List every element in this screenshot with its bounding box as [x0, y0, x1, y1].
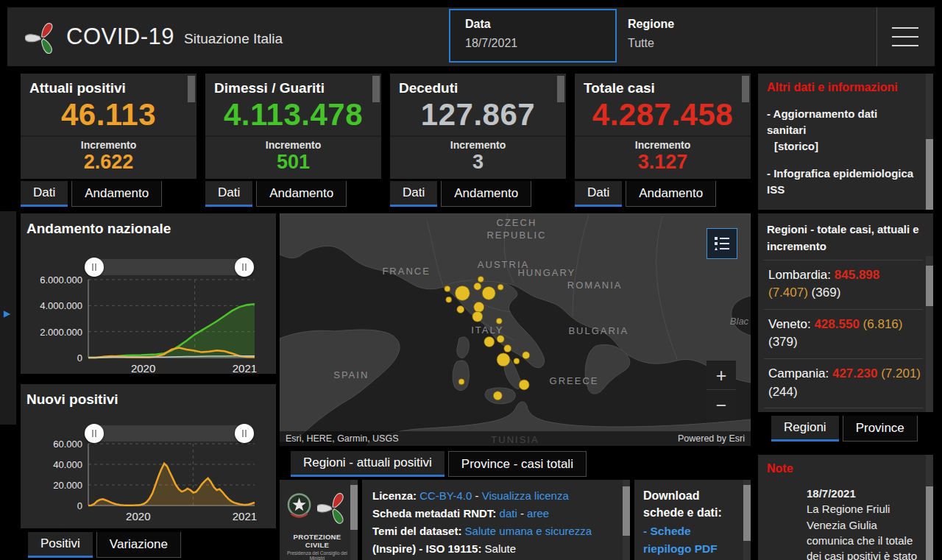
- map-bubble[interactable]: [446, 297, 452, 302]
- tab-dati[interactable]: Dati: [21, 181, 68, 207]
- svg-text:2.000.000: 2.000.000: [40, 327, 82, 338]
- link-aggiornamento-dati[interactable]: - Aggiornamento dati sanitari [storico]: [767, 106, 916, 154]
- tab-province[interactable]: Province: [843, 416, 918, 442]
- map-bubble[interactable]: [455, 286, 470, 300]
- scrollbar-track[interactable]: [926, 256, 933, 412]
- list-item-emilia-romagna[interactable]: Emilia-Romagna: 388.745: [764, 408, 923, 412]
- card-scrollbar[interactable]: [372, 76, 380, 102]
- logo-org-text: PROTEZIONE CIVILE: [286, 533, 349, 549]
- svg-text:2021: 2021: [233, 510, 257, 522]
- map-bubble[interactable]: [482, 286, 495, 300]
- zoom-out-button[interactable]: −: [706, 390, 736, 419]
- download-title: Download schede e dati:: [643, 487, 739, 521]
- slider-handle-right[interactable]: [235, 424, 254, 443]
- list-item-campania[interactable]: Campania: 427.230 (7.201) (244): [764, 358, 923, 408]
- zoom-in-button[interactable]: +: [706, 361, 736, 390]
- map-country-label: BULGARIA: [568, 325, 628, 336]
- tab-dati[interactable]: Dati: [575, 181, 622, 207]
- card-title: Attuali positivi: [21, 74, 196, 96]
- menu-icon[interactable]: [892, 27, 918, 46]
- tab-dati[interactable]: Dati: [205, 181, 252, 207]
- map-bubble[interactable]: [493, 391, 502, 400]
- italy-map[interactable]: CZECHREPUBLICFRANCEAUSTRIAHUNGARYROMANIA…: [280, 213, 751, 446]
- scrollbar-thumb[interactable]: [350, 485, 358, 530]
- list-item-lombardia[interactable]: Lombardia: 845.898 (7.407) (369): [764, 260, 923, 309]
- scrollbar-track[interactable]: [926, 455, 933, 560]
- link-salute-umana[interactable]: Salute umana e sicurezza: [465, 525, 592, 537]
- list-item-veneto[interactable]: Veneto: 428.550 (6.816) (379): [764, 309, 923, 358]
- link-aree[interactable]: aree: [527, 507, 549, 520]
- legend-icon[interactable]: [706, 228, 737, 259]
- tab-andamento[interactable]: Andamento: [626, 181, 716, 207]
- time-range-slider[interactable]: [94, 425, 244, 442]
- map-bubble[interactable]: [458, 379, 464, 385]
- powered-by-esri: Powered by Esri: [678, 433, 745, 444]
- slider-handle-right[interactable]: [235, 258, 254, 277]
- state-emblem-icon: [286, 490, 313, 524]
- map-country-label: ROMANIA: [567, 280, 623, 291]
- stats-row: Attuali positivi 46.113 Incremento 2.622…: [21, 74, 751, 207]
- stat-dimessi-guariti: Dimessi / Guariti 4.113.478 Incremento 5…: [205, 74, 381, 207]
- scrollbar-thumb[interactable]: [743, 485, 751, 541]
- map-bubble[interactable]: [497, 336, 504, 343]
- map-country-label: REPUBLIC: [486, 230, 546, 241]
- card-scrollbar[interactable]: [188, 76, 195, 102]
- tab-andamento[interactable]: Andamento: [256, 181, 347, 207]
- stat-attuali-positivi: Attuali positivi 46.113 Incremento 2.622…: [21, 74, 196, 207]
- region-label: Regione: [628, 18, 674, 31]
- link-cc-by[interactable]: CC-BY-4.0: [419, 489, 472, 502]
- map-bubble[interactable]: [519, 380, 529, 390]
- region-selector[interactable]: Regione Tutte: [628, 18, 674, 50]
- map-bubble[interactable]: [514, 358, 520, 364]
- map-bubble[interactable]: [474, 302, 484, 312]
- card-scrollbar[interactable]: [742, 76, 749, 102]
- tab-variazione[interactable]: Variazione: [96, 532, 181, 558]
- svg-text:2020: 2020: [131, 362, 155, 374]
- tab-andamento[interactable]: Andamento: [441, 181, 531, 207]
- map-bubble[interactable]: [484, 336, 495, 347]
- svg-text:20.000: 20.000: [53, 480, 82, 491]
- scrollbar-thumb[interactable]: [926, 139, 933, 210]
- increment-label: Incremento: [21, 139, 196, 151]
- tab-regioni-attuali-positivi[interactable]: Regioni - attuali positivi: [291, 451, 445, 477]
- map-bubble[interactable]: [472, 311, 483, 322]
- map-bubble[interactable]: [457, 306, 464, 313]
- card-title: Totale casi: [575, 74, 751, 96]
- map-bubble[interactable]: [445, 286, 450, 291]
- map-country-label: GREECE: [550, 375, 599, 386]
- link-infografica-iss[interactable]: - Infografica epidemiologica ISS: [767, 166, 916, 198]
- tab-province-casi-totali[interactable]: Province - casi totali: [448, 451, 587, 477]
- card-scrollbar[interactable]: [557, 76, 564, 102]
- scrollbar-track[interactable]: [743, 480, 751, 560]
- tab-dati[interactable]: Dati: [390, 181, 437, 207]
- tab-regioni[interactable]: Regioni: [771, 416, 839, 442]
- map-bubble[interactable]: [504, 345, 511, 352]
- scrollbar-thumb[interactable]: [926, 486, 933, 560]
- svg-text:6.000.000: 6.000.000: [40, 274, 82, 286]
- time-range-slider[interactable]: [94, 259, 244, 275]
- tab-positivi[interactable]: Positivi: [28, 532, 93, 558]
- map-bubble[interactable]: [497, 353, 510, 366]
- note-panel: Note 18/7/2021 La Regione Friuli Venezia…: [758, 455, 933, 560]
- map-bubble[interactable]: [523, 352, 530, 359]
- map-bubble[interactable]: [474, 283, 481, 290]
- slider-handle-left[interactable]: [85, 424, 104, 443]
- metadata-label: Scheda metadati RNDT:: [372, 507, 496, 520]
- increment-label: Incremento: [205, 139, 381, 151]
- scrollbar-track[interactable]: [926, 74, 933, 210]
- link-schede-riepilogo-pdf[interactable]: - Schede riepilogo PDF: [643, 522, 739, 557]
- link-dati[interactable]: dati: [500, 507, 517, 520]
- covid-dashboard: COVID-19 Situazione Italia Data 18/7/202…: [0, 0, 942, 560]
- tab-andamento[interactable]: Andamento: [71, 181, 162, 207]
- expand-arrow-icon[interactable]: ▶: [4, 308, 10, 319]
- slider-handle-left[interactable]: [85, 258, 104, 277]
- scrollbar-thumb[interactable]: [926, 266, 933, 306]
- scrollbar-thumb[interactable]: [623, 486, 630, 536]
- map-bubble[interactable]: [496, 318, 502, 324]
- map-bubble[interactable]: [478, 276, 484, 282]
- map-bubble[interactable]: [497, 284, 503, 290]
- scrollbar-track[interactable]: [623, 480, 630, 560]
- scrollbar-track[interactable]: [350, 480, 358, 560]
- date-selector[interactable]: Data 18/7/2021: [449, 9, 617, 63]
- link-visualizza-licenza[interactable]: Visualizza licenza: [482, 489, 569, 502]
